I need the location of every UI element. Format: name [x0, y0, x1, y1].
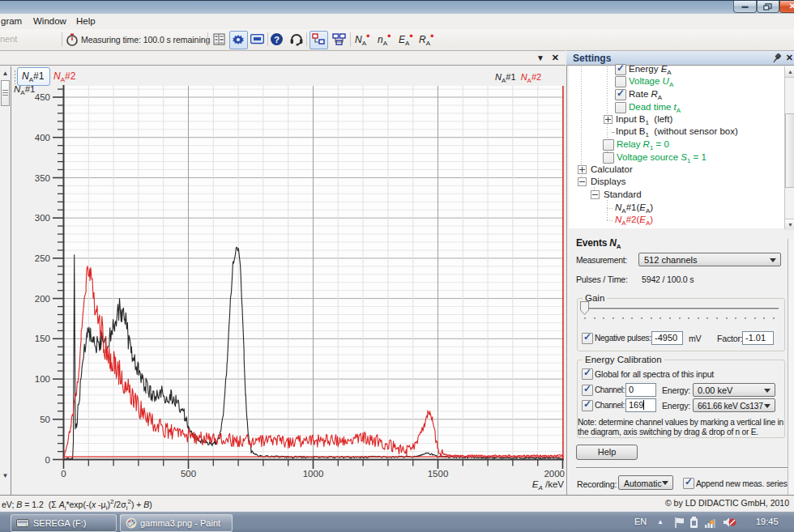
svg-text:EA /keV: EA /keV — [532, 479, 565, 492]
svg-text:500: 500 — [181, 469, 196, 479]
svg-text:0: 0 — [45, 455, 50, 465]
svg-text:1500: 1500 — [428, 469, 449, 479]
svg-text:200: 200 — [35, 294, 50, 304]
svg-text:2000: 2000 — [544, 469, 565, 479]
svg-text:150: 150 — [35, 334, 50, 343]
svg-text:450: 450 — [35, 92, 50, 102]
svg-text:50: 50 — [40, 415, 50, 424]
svg-text:350: 350 — [35, 173, 50, 183]
svg-text:300: 300 — [35, 213, 50, 223]
svg-text:0: 0 — [61, 469, 66, 479]
svg-text:1000: 1000 — [303, 469, 324, 479]
svg-text:400: 400 — [35, 133, 50, 143]
svg-text:100: 100 — [35, 374, 50, 384]
svg-text:?: ? — [274, 35, 280, 45]
svg-text:250: 250 — [35, 253, 50, 263]
